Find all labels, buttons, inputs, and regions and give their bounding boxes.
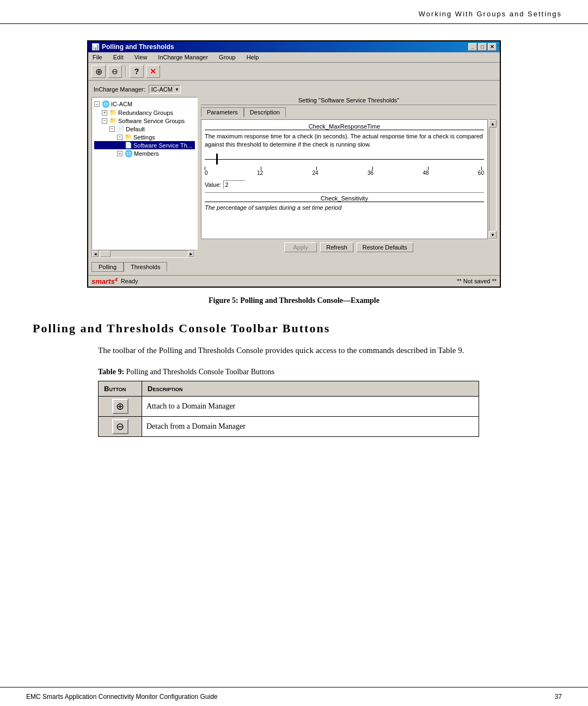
vert-scrollbar[interactable]: ▲ ▼ [489,119,497,239]
scroll-left-button[interactable]: ◄ [92,251,99,257]
expand-redundancy[interactable]: + [102,110,107,115]
tree-label-default: Default [126,126,145,132]
tick-label-36: 36 [367,170,373,176]
tree-item-settings[interactable]: − 📁 Settings [94,133,195,141]
window: 📊 Polling and Thresholds _ □ ✕ File Edit… [87,40,501,288]
right-panel: Setting "Software Service Thresholds" Pa… [201,97,497,258]
icon-cell-attach: ⊕ [99,396,142,416]
scroll-up-arrow[interactable]: ▲ [489,120,497,127]
window-title: Polling and Thresholds [102,43,174,51]
tick-0 [205,167,205,170]
attach-icon: ⊕ [116,400,124,412]
setting-title-text: Setting "Software Service Thresholds" [298,97,400,104]
tree-item-default[interactable]: − 📄 Default [94,125,195,133]
bottom-tab-thresholds[interactable]: Thresholds [124,262,167,272]
table-caption-text: Polling and Thresholds Console Toolbar B… [126,368,275,376]
expand-members[interactable]: + [117,151,122,156]
value-label: Value: [205,181,221,188]
tree-icon-folder-redundancy: 📁 [109,109,117,116]
table-caption: Table 9: Polling and Thresholds Console … [98,368,555,376]
status-not-saved: ** Not saved ** [457,278,497,284]
window-body: InCharge Manager: IC-ACM ▼ − [88,81,500,275]
sensitivity-description: The percentage of samples during a set t… [205,204,341,211]
slider-handle[interactable] [216,154,218,165]
attach-toolbar-button[interactable]: ⊕ [91,65,106,78]
window-titlebar: 📊 Polling and Thresholds _ □ ✕ [88,41,500,52]
tree-item-redundancy[interactable]: + 📁 Redundancy Groups [94,108,195,117]
expand-ssg[interactable]: − [102,118,107,124]
tick-label-0: 0 [205,170,208,176]
icon-cell-detach: ⊖ [99,416,142,436]
tick-60 [481,167,482,170]
bottom-tabs: Polling Thresholds [91,262,497,272]
param-with-scroll: Check_MaxResponseTime The maximum respon… [201,119,497,239]
tree-item-icacm[interactable]: − 🌐 IC-ACM [94,100,195,108]
toolbar-separator [125,66,126,77]
value-input[interactable] [223,180,245,189]
tree-label-icacm: IC-ACM [111,101,132,107]
tree-label-members: Members [134,150,159,157]
expand-default[interactable]: − [109,126,115,132]
section-divider [205,192,484,193]
tree-item-threshold[interactable]: 📄 Software Service Th... [94,141,195,149]
scroll-right-button[interactable]: ► [188,251,194,257]
manager-dropdown[interactable]: IC-ACM ▼ [149,85,181,94]
expand-settings[interactable]: − [117,135,122,140]
help-toolbar-button[interactable]: ? [130,65,144,78]
scroll-down-arrow[interactable]: ▼ [489,231,497,239]
setting-title: Setting "Software Service Thresholds" [201,97,497,105]
tree-hscrollbar[interactable]: ◄ ► [91,250,195,258]
slider-baseline [205,159,484,160]
check-sensitivity-title: Check_Sensitivity [205,195,484,202]
footer-left: EMC Smarts Application Connectivity Moni… [26,693,218,701]
tree-item-members[interactable]: + 🌐 Members [94,149,195,158]
manager-value: IC-ACM [151,86,173,93]
minimize-button[interactable]: _ [468,43,477,51]
bottom-tab-polling[interactable]: Polling [91,262,124,272]
menu-edit[interactable]: Edit [111,53,126,61]
param-description: The maximum response time for a check (i… [205,132,484,149]
tree-icon-doc-default: 📄 [117,125,125,132]
detach-toolbar-button[interactable]: ⊖ [108,65,122,78]
screenshot-container: 📊 Polling and Thresholds _ □ ✕ File Edit… [33,40,555,288]
window-menubar: File Edit View InCharge Manager Group He… [88,52,500,63]
scroll-thumb[interactable] [100,251,111,257]
table-row-attach: ⊕ Attach to a Domain Manager [99,396,479,416]
tick-label-60: 60 [478,170,484,176]
tab-description[interactable]: Description [244,107,286,117]
close-toolbar-button[interactable]: ✕ [146,65,160,78]
tree-icon-globe-members: 🌐 [125,150,133,157]
tree-item-ssg[interactable]: − 📁 Software Service Groups [94,117,195,125]
footer-right: 37 [555,693,562,701]
tick-label-12: 12 [257,170,263,176]
table-header-description: Description [142,381,479,396]
tree-label-redundancy: Redundancy Groups [118,109,173,116]
tick-36 [372,167,373,170]
page-header: Working With Groups and Settings [0,0,588,24]
restore-defaults-button[interactable]: Restore Defaults [357,242,413,252]
menu-help[interactable]: Help [244,53,261,61]
action-buttons: Apply Refresh Restore Defaults [201,239,497,254]
menu-view[interactable]: View [132,53,150,61]
manager-row: InCharge Manager: IC-ACM ▼ [91,84,497,95]
window-icon: 📊 [91,43,100,51]
menu-file[interactable]: File [90,53,105,61]
param-description-text: The maximum response time for a check (i… [205,133,483,148]
tick-48 [428,167,428,170]
attach-icon-display: ⊕ [112,399,128,414]
data-table: Button Description ⊕ Attach to a Domain … [98,381,479,437]
maximize-button[interactable]: □ [478,43,487,51]
apply-button[interactable]: Apply [284,242,317,252]
menu-incharge[interactable]: InCharge Manager [156,53,210,61]
expand-icacm[interactable]: − [94,101,100,107]
tab-parameters[interactable]: Parameters [201,107,244,117]
param-content: Check_MaxResponseTime The maximum respon… [201,119,488,239]
body-text-content: The toolbar of the Polling and Threshold… [98,346,464,355]
refresh-button[interactable]: Refresh [320,242,353,252]
close-button[interactable]: ✕ [488,43,497,51]
header-title: Working With Groups and Settings [419,10,562,18]
status-bar: smarts4 Ready ** Not saved ** [88,275,500,287]
tree-label-threshold: Software Service Th... [133,142,192,149]
menu-group[interactable]: Group [217,53,238,61]
tick-24 [316,167,317,170]
